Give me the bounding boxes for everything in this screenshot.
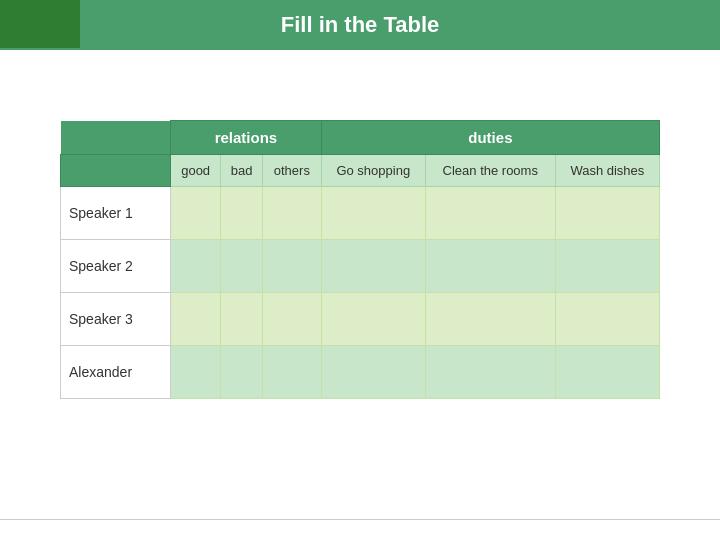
sub-header-clean-rooms: Clean the rooms [425, 155, 555, 187]
relations-header: relations [171, 121, 322, 155]
cell-2-1[interactable] [221, 293, 263, 346]
row-label-3: Alexander [61, 346, 171, 399]
cell-2-3[interactable] [321, 293, 425, 346]
cell-1-0[interactable] [171, 240, 221, 293]
table-row: Speaker 3 [61, 293, 660, 346]
sub-header-wash-dishes: Wash dishes [555, 155, 659, 187]
cell-2-5[interactable] [555, 293, 659, 346]
bottom-divider [0, 519, 720, 520]
cell-0-5[interactable] [555, 187, 659, 240]
cell-1-5[interactable] [555, 240, 659, 293]
page-title: Fill in the Table [281, 12, 440, 37]
cell-1-3[interactable] [321, 240, 425, 293]
table-row: Speaker 1 [61, 187, 660, 240]
row-label-2: Speaker 3 [61, 293, 171, 346]
duties-header: duties [321, 121, 659, 155]
cell-0-4[interactable] [425, 187, 555, 240]
group-header-row: relations duties [61, 121, 660, 155]
cell-1-2[interactable] [262, 240, 321, 293]
cell-0-3[interactable] [321, 187, 425, 240]
cell-3-1[interactable] [221, 346, 263, 399]
sub-header-bad: bad [221, 155, 263, 187]
sub-header-go-shopping: Go shopping [321, 155, 425, 187]
cell-0-1[interactable] [221, 187, 263, 240]
corner-accent [0, 0, 80, 48]
sub-header-empty [61, 155, 171, 187]
fill-table: relations duties good bad others Go shop… [60, 120, 660, 399]
page-header: Fill in the Table [0, 0, 720, 50]
cell-3-5[interactable] [555, 346, 659, 399]
empty-header [61, 121, 171, 155]
table-body: Speaker 1Speaker 2Speaker 3Alexander [61, 187, 660, 399]
cell-0-2[interactable] [262, 187, 321, 240]
main-content: relations duties good bad others Go shop… [0, 50, 720, 540]
table-row: Alexander [61, 346, 660, 399]
sub-header-others: others [262, 155, 321, 187]
table-row: Speaker 2 [61, 240, 660, 293]
cell-0-0[interactable] [171, 187, 221, 240]
cell-3-0[interactable] [171, 346, 221, 399]
cell-3-3[interactable] [321, 346, 425, 399]
cell-2-4[interactable] [425, 293, 555, 346]
row-label-0: Speaker 1 [61, 187, 171, 240]
cell-1-4[interactable] [425, 240, 555, 293]
table-container: relations duties good bad others Go shop… [60, 120, 660, 399]
sub-header-good: good [171, 155, 221, 187]
row-label-1: Speaker 2 [61, 240, 171, 293]
cell-2-0[interactable] [171, 293, 221, 346]
cell-1-1[interactable] [221, 240, 263, 293]
cell-2-2[interactable] [262, 293, 321, 346]
cell-3-2[interactable] [262, 346, 321, 399]
sub-header-row: good bad others Go shopping Clean the ro… [61, 155, 660, 187]
cell-3-4[interactable] [425, 346, 555, 399]
